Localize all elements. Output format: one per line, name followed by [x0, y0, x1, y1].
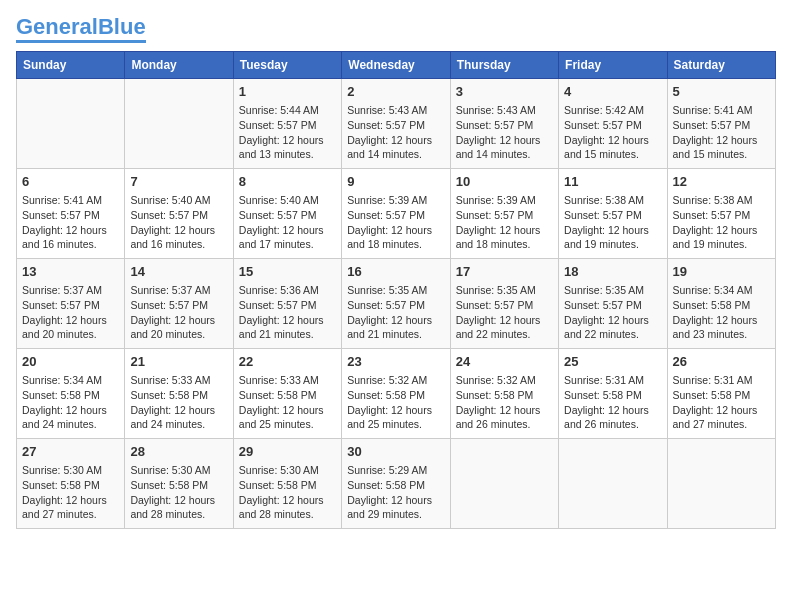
day-cell: 24Sunrise: 5:32 AM Sunset: 5:58 PM Dayli…	[450, 349, 558, 439]
day-number: 16	[347, 263, 444, 281]
day-number: 5	[673, 83, 770, 101]
day-content: Sunrise: 5:38 AM Sunset: 5:57 PM Dayligh…	[673, 193, 770, 252]
day-content: Sunrise: 5:39 AM Sunset: 5:57 PM Dayligh…	[456, 193, 553, 252]
day-content: Sunrise: 5:33 AM Sunset: 5:58 PM Dayligh…	[239, 373, 336, 432]
header-cell-wednesday: Wednesday	[342, 52, 450, 79]
day-cell	[125, 79, 233, 169]
day-content: Sunrise: 5:38 AM Sunset: 5:57 PM Dayligh…	[564, 193, 661, 252]
day-cell: 20Sunrise: 5:34 AM Sunset: 5:58 PM Dayli…	[17, 349, 125, 439]
day-content: Sunrise: 5:34 AM Sunset: 5:58 PM Dayligh…	[673, 283, 770, 342]
day-content: Sunrise: 5:32 AM Sunset: 5:58 PM Dayligh…	[347, 373, 444, 432]
day-cell: 3Sunrise: 5:43 AM Sunset: 5:57 PM Daylig…	[450, 79, 558, 169]
day-content: Sunrise: 5:29 AM Sunset: 5:58 PM Dayligh…	[347, 463, 444, 522]
day-content: Sunrise: 5:44 AM Sunset: 5:57 PM Dayligh…	[239, 103, 336, 162]
day-number: 17	[456, 263, 553, 281]
day-number: 9	[347, 173, 444, 191]
day-cell: 23Sunrise: 5:32 AM Sunset: 5:58 PM Dayli…	[342, 349, 450, 439]
day-number: 2	[347, 83, 444, 101]
day-number: 7	[130, 173, 227, 191]
day-number: 3	[456, 83, 553, 101]
day-content: Sunrise: 5:36 AM Sunset: 5:57 PM Dayligh…	[239, 283, 336, 342]
week-row-4: 20Sunrise: 5:34 AM Sunset: 5:58 PM Dayli…	[17, 349, 776, 439]
calendar-table: SundayMondayTuesdayWednesdayThursdayFrid…	[16, 51, 776, 529]
day-cell	[559, 439, 667, 529]
day-cell: 2Sunrise: 5:43 AM Sunset: 5:57 PM Daylig…	[342, 79, 450, 169]
day-cell: 7Sunrise: 5:40 AM Sunset: 5:57 PM Daylig…	[125, 169, 233, 259]
day-content: Sunrise: 5:30 AM Sunset: 5:58 PM Dayligh…	[22, 463, 119, 522]
day-content: Sunrise: 5:35 AM Sunset: 5:57 PM Dayligh…	[564, 283, 661, 342]
day-content: Sunrise: 5:41 AM Sunset: 5:57 PM Dayligh…	[673, 103, 770, 162]
day-content: Sunrise: 5:31 AM Sunset: 5:58 PM Dayligh…	[673, 373, 770, 432]
header-row: SundayMondayTuesdayWednesdayThursdayFrid…	[17, 52, 776, 79]
header-cell-sunday: Sunday	[17, 52, 125, 79]
day-content: Sunrise: 5:43 AM Sunset: 5:57 PM Dayligh…	[456, 103, 553, 162]
day-cell: 13Sunrise: 5:37 AM Sunset: 5:57 PM Dayli…	[17, 259, 125, 349]
day-cell	[667, 439, 775, 529]
day-cell: 28Sunrise: 5:30 AM Sunset: 5:58 PM Dayli…	[125, 439, 233, 529]
day-content: Sunrise: 5:30 AM Sunset: 5:58 PM Dayligh…	[239, 463, 336, 522]
day-cell: 17Sunrise: 5:35 AM Sunset: 5:57 PM Dayli…	[450, 259, 558, 349]
week-row-3: 13Sunrise: 5:37 AM Sunset: 5:57 PM Dayli…	[17, 259, 776, 349]
day-cell: 25Sunrise: 5:31 AM Sunset: 5:58 PM Dayli…	[559, 349, 667, 439]
logo-text: GeneralBlue	[16, 16, 146, 38]
day-number: 4	[564, 83, 661, 101]
day-cell: 26Sunrise: 5:31 AM Sunset: 5:58 PM Dayli…	[667, 349, 775, 439]
day-number: 10	[456, 173, 553, 191]
day-number: 6	[22, 173, 119, 191]
logo: GeneralBlue	[16, 16, 146, 43]
day-cell: 12Sunrise: 5:38 AM Sunset: 5:57 PM Dayli…	[667, 169, 775, 259]
day-content: Sunrise: 5:42 AM Sunset: 5:57 PM Dayligh…	[564, 103, 661, 162]
day-cell: 16Sunrise: 5:35 AM Sunset: 5:57 PM Dayli…	[342, 259, 450, 349]
page-header: GeneralBlue	[16, 16, 776, 43]
day-content: Sunrise: 5:34 AM Sunset: 5:58 PM Dayligh…	[22, 373, 119, 432]
day-cell: 30Sunrise: 5:29 AM Sunset: 5:58 PM Dayli…	[342, 439, 450, 529]
day-cell: 27Sunrise: 5:30 AM Sunset: 5:58 PM Dayli…	[17, 439, 125, 529]
day-number: 28	[130, 443, 227, 461]
day-cell: 14Sunrise: 5:37 AM Sunset: 5:57 PM Dayli…	[125, 259, 233, 349]
day-cell: 6Sunrise: 5:41 AM Sunset: 5:57 PM Daylig…	[17, 169, 125, 259]
day-number: 29	[239, 443, 336, 461]
day-cell: 1Sunrise: 5:44 AM Sunset: 5:57 PM Daylig…	[233, 79, 341, 169]
day-number: 13	[22, 263, 119, 281]
day-number: 30	[347, 443, 444, 461]
calendar-header: SundayMondayTuesdayWednesdayThursdayFrid…	[17, 52, 776, 79]
day-content: Sunrise: 5:35 AM Sunset: 5:57 PM Dayligh…	[456, 283, 553, 342]
day-content: Sunrise: 5:37 AM Sunset: 5:57 PM Dayligh…	[130, 283, 227, 342]
day-content: Sunrise: 5:40 AM Sunset: 5:57 PM Dayligh…	[130, 193, 227, 252]
day-cell: 22Sunrise: 5:33 AM Sunset: 5:58 PM Dayli…	[233, 349, 341, 439]
day-content: Sunrise: 5:40 AM Sunset: 5:57 PM Dayligh…	[239, 193, 336, 252]
logo-general: General	[16, 14, 98, 39]
day-cell: 21Sunrise: 5:33 AM Sunset: 5:58 PM Dayli…	[125, 349, 233, 439]
day-cell: 18Sunrise: 5:35 AM Sunset: 5:57 PM Dayli…	[559, 259, 667, 349]
header-cell-monday: Monday	[125, 52, 233, 79]
day-number: 19	[673, 263, 770, 281]
header-cell-tuesday: Tuesday	[233, 52, 341, 79]
day-content: Sunrise: 5:35 AM Sunset: 5:57 PM Dayligh…	[347, 283, 444, 342]
calendar-body: 1Sunrise: 5:44 AM Sunset: 5:57 PM Daylig…	[17, 79, 776, 529]
header-cell-saturday: Saturday	[667, 52, 775, 79]
day-number: 20	[22, 353, 119, 371]
day-number: 11	[564, 173, 661, 191]
header-cell-friday: Friday	[559, 52, 667, 79]
day-cell: 8Sunrise: 5:40 AM Sunset: 5:57 PM Daylig…	[233, 169, 341, 259]
day-number: 27	[22, 443, 119, 461]
day-cell	[17, 79, 125, 169]
week-row-1: 1Sunrise: 5:44 AM Sunset: 5:57 PM Daylig…	[17, 79, 776, 169]
day-number: 25	[564, 353, 661, 371]
day-number: 1	[239, 83, 336, 101]
day-number: 22	[239, 353, 336, 371]
day-number: 18	[564, 263, 661, 281]
day-content: Sunrise: 5:39 AM Sunset: 5:57 PM Dayligh…	[347, 193, 444, 252]
day-cell: 5Sunrise: 5:41 AM Sunset: 5:57 PM Daylig…	[667, 79, 775, 169]
day-cell: 9Sunrise: 5:39 AM Sunset: 5:57 PM Daylig…	[342, 169, 450, 259]
day-cell: 19Sunrise: 5:34 AM Sunset: 5:58 PM Dayli…	[667, 259, 775, 349]
day-cell: 10Sunrise: 5:39 AM Sunset: 5:57 PM Dayli…	[450, 169, 558, 259]
day-cell: 15Sunrise: 5:36 AM Sunset: 5:57 PM Dayli…	[233, 259, 341, 349]
day-number: 26	[673, 353, 770, 371]
day-cell	[450, 439, 558, 529]
day-cell: 29Sunrise: 5:30 AM Sunset: 5:58 PM Dayli…	[233, 439, 341, 529]
day-content: Sunrise: 5:30 AM Sunset: 5:58 PM Dayligh…	[130, 463, 227, 522]
day-cell: 4Sunrise: 5:42 AM Sunset: 5:57 PM Daylig…	[559, 79, 667, 169]
day-number: 14	[130, 263, 227, 281]
day-content: Sunrise: 5:41 AM Sunset: 5:57 PM Dayligh…	[22, 193, 119, 252]
